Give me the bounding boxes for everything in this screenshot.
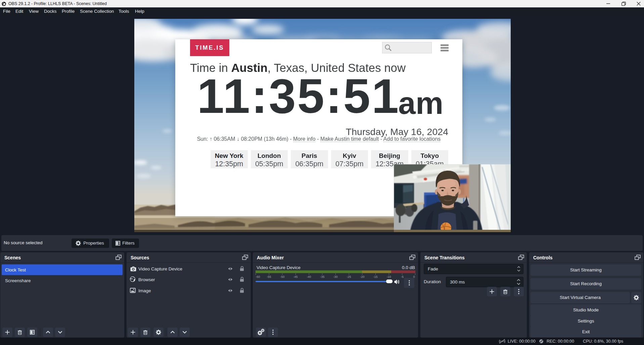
svg-text:-25: -25 xyxy=(347,275,351,278)
svg-text:-10: -10 xyxy=(386,275,391,278)
svg-text:-60: -60 xyxy=(256,275,260,278)
svg-text:-5: -5 xyxy=(401,275,404,278)
svg-text:-40: -40 xyxy=(307,275,311,278)
svg-text:-30: -30 xyxy=(333,275,337,278)
svg-text:-50: -50 xyxy=(280,275,284,278)
svg-text:-55: -55 xyxy=(267,275,271,278)
svg-text:-35: -35 xyxy=(320,275,324,278)
svg-text:-20: -20 xyxy=(360,275,364,278)
svg-text:-15: -15 xyxy=(373,275,377,278)
svg-text:-45: -45 xyxy=(293,275,297,278)
